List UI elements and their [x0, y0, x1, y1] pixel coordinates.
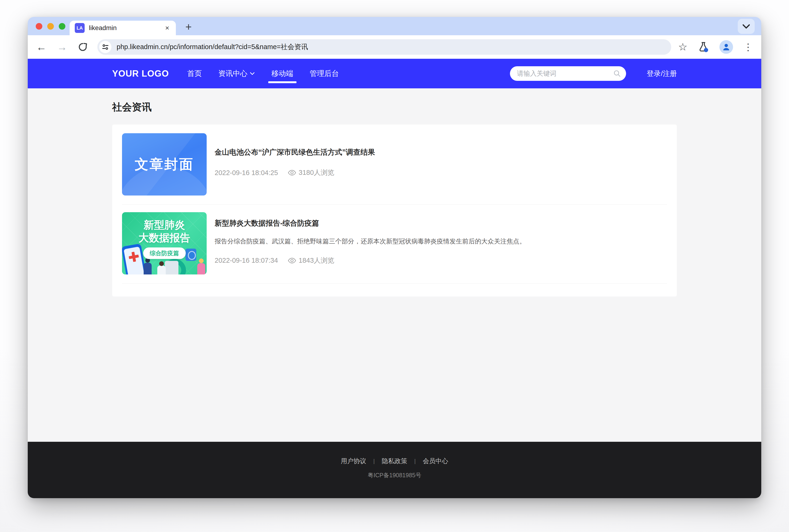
main-content: 社会资讯 文章封面 金山电池公布“沪广深市民绿色生活方式”调查结果 2022-0… [28, 88, 761, 442]
footer-separator: | [373, 458, 375, 464]
fingerprint-shape [186, 249, 196, 261]
login-register-link[interactable]: 登录/注册 [647, 69, 677, 78]
toolbar-actions: ☆ ⋮ [678, 40, 753, 54]
machine-shape [165, 261, 179, 274]
site-footer: 用户协议 | 隐私政策 | 会员中心 粤ICP备19081985号 [28, 442, 761, 498]
close-window-button[interactable] [36, 23, 42, 30]
person-shape [197, 263, 205, 274]
icp-record-number: 粤ICP备19081985号 [28, 471, 761, 479]
site-settings-button[interactable] [99, 41, 111, 53]
url-text[interactable]: php.likeadmin.cn/pc/information/default?… [117, 42, 308, 52]
profile-avatar[interactable] [719, 40, 733, 54]
reload-icon [78, 42, 88, 52]
footer-separator: | [414, 458, 416, 464]
thumbnail-cover-text: 文章封面 [135, 155, 194, 174]
nav-item-news-center[interactable]: 资讯中心 [218, 59, 255, 88]
thumbnail-headline-line1: 新型肺炎 [144, 219, 185, 230]
browser-menu-icon[interactable]: ⋮ [744, 42, 753, 52]
views-eye-icon [288, 258, 296, 264]
footer-link-user-agreement[interactable]: 用户协议 [341, 457, 366, 465]
tune-icon [102, 43, 109, 51]
article-list-card: 文章封面 金山电池公布“沪广深市民绿色生活方式”调查结果 2022-09-16 … [112, 125, 677, 297]
person-icon [721, 42, 731, 52]
tab-title: likeadmin [89, 24, 164, 32]
person-shape [157, 266, 166, 274]
article-meta: 2022-09-16 18:04:25 3180人浏览 [215, 168, 667, 177]
back-button[interactable]: ← [36, 42, 46, 52]
article-title[interactable]: 新型肺炎大数据报告-综合防疫篇 [215, 218, 667, 228]
nav-links: 首页 资讯中心 移动端 管理后台 [187, 59, 339, 88]
nav-item-label: 资讯中心 [218, 59, 247, 88]
tab-close-icon[interactable]: × [164, 23, 171, 33]
new-tab-button[interactable]: + [182, 20, 195, 33]
article-description: 报告分综合防疫篇、武汉篇、拒绝野味篇三个部分，还原本次新型冠状病毒肺炎疫情发生前… [215, 237, 667, 246]
nav-item-label: 移动端 [271, 59, 293, 88]
browser-tab-likeadmin[interactable]: LA likeadmin × [70, 21, 176, 35]
article-date: 2022-09-16 18:04:25 [215, 169, 278, 177]
article-row-2[interactable]: 新型肺炎 大数据报告 综合防疫篇 新型肺炎大数据报告-综合防疫篇 报告分综合防疫… [122, 205, 667, 284]
footer-link-privacy-policy[interactable]: 隐私政策 [382, 457, 407, 465]
site-search [510, 66, 626, 81]
site-favicon: LA [75, 23, 84, 33]
article-views: 3180人浏览 [299, 168, 334, 177]
footer-links: 用户协议 | 隐私政策 | 会员中心 [28, 442, 761, 465]
bookmark-star-icon[interactable]: ☆ [678, 42, 688, 52]
person-shape [144, 263, 152, 274]
nav-item-home[interactable]: 首页 [187, 59, 202, 88]
nav-item-label: 首页 [187, 59, 202, 88]
nav-item-mobile[interactable]: 移动端 [271, 59, 293, 88]
search-icon[interactable] [613, 70, 621, 77]
minimize-window-button[interactable] [47, 23, 54, 30]
footer-link-member-center[interactable]: 会员中心 [423, 457, 448, 465]
views-eye-icon [288, 170, 296, 176]
article-title[interactable]: 金山电池公布“沪广深市民绿色生活方式”调查结果 [215, 147, 667, 157]
window-controls [36, 23, 65, 30]
browser-tab-strip: LA likeadmin × + [28, 17, 761, 35]
article-meta: 2022-09-16 18:07:34 1843人浏览 [215, 256, 667, 265]
article-thumbnail[interactable]: 新型肺炎 大数据报告 综合防疫篇 [122, 212, 207, 274]
search-input[interactable] [510, 66, 626, 81]
flask-icon [698, 41, 709, 53]
desktop-background: LA likeadmin × + ← → [0, 0, 789, 532]
forward-button[interactable]: → [57, 42, 67, 52]
experiments-button[interactable] [698, 41, 709, 53]
chevron-down-icon [250, 72, 255, 75]
reload-button[interactable] [78, 42, 88, 52]
article-row-1[interactable]: 文章封面 金山电池公布“沪广深市民绿色生活方式”调查结果 2022-09-16 … [122, 133, 667, 205]
zoom-window-button[interactable] [59, 23, 65, 30]
tab-search-button[interactable] [738, 19, 755, 34]
nav-item-admin[interactable]: 管理后台 [309, 59, 339, 88]
site-navbar: YOUR LOGO 首页 资讯中心 移动端 [28, 59, 761, 88]
thumbnail-headline-line2: 大数据报告 [138, 232, 190, 244]
thumbnail-headline: 新型肺炎 大数据报告 [122, 218, 207, 244]
article-views: 1843人浏览 [299, 256, 334, 265]
browser-window: LA likeadmin × + ← → [28, 17, 761, 498]
nav-item-label: 管理后台 [309, 59, 339, 88]
site-logo[interactable]: YOUR LOGO [112, 69, 169, 79]
active-tab-underline [268, 81, 297, 83]
article-thumbnail[interactable]: 文章封面 [122, 133, 207, 195]
article-date: 2022-09-16 18:07:34 [215, 256, 278, 264]
browser-toolbar: ← → php.likeadmin.cn/p [28, 35, 761, 59]
address-bar[interactable]: php.likeadmin.cn/pc/information/default?… [97, 39, 671, 55]
page-title: 社会资讯 [112, 88, 677, 114]
thumbnail-badge: 综合防疫篇 [143, 247, 186, 259]
chevron-down-icon [742, 24, 750, 29]
